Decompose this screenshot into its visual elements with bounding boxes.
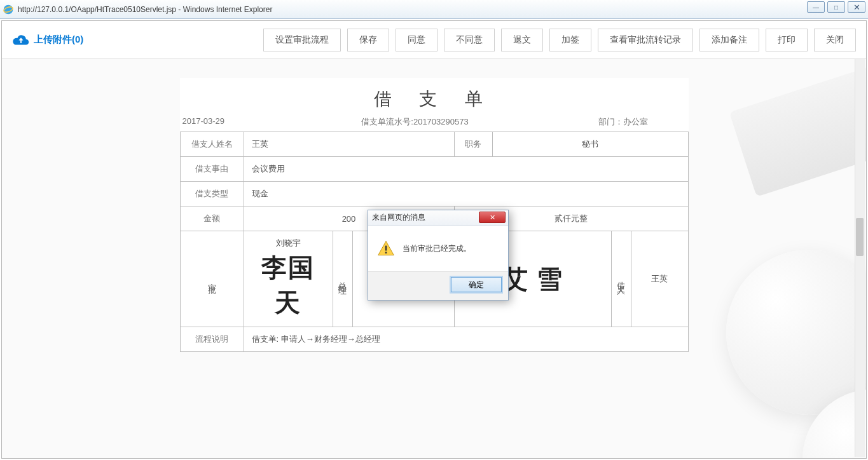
dialog-ok-button[interactable]: 确定 [451, 277, 502, 292]
dialog-title-text: 来自网页的消息 [372, 212, 425, 223]
window-maximize-button[interactable]: □ [827, 1, 845, 13]
ie-icon [3, 4, 14, 15]
browser-title-text: http://127.0.0.1/OAapp/HtTrace0510Servle… [18, 5, 272, 14]
svg-rect-3 [385, 252, 387, 254]
browser-title-bar: http://127.0.0.1/OAapp/HtTrace0510Servle… [0, 0, 868, 19]
window-controls: — □ ✕ [807, 1, 865, 13]
window-close-button[interactable]: ✕ [848, 1, 865, 13]
window-minimize-button[interactable]: — [807, 1, 825, 13]
dialog-footer: 确定 [368, 271, 508, 300]
dialog-body: 当前审批已经完成。 [368, 226, 508, 271]
dialog-title-bar[interactable]: 来自网页的消息 ✕ [368, 210, 508, 226]
message-dialog: 来自网页的消息 ✕ 当前审批已经完成。 确定 [368, 210, 509, 301]
app-frame: 上传附件(0) 设置审批流程 保存 同意 不同意 退文 加签 查看审批流转记录 … [1, 20, 867, 459]
dialog-message: 当前审批已经完成。 [403, 243, 471, 254]
dialog-close-button[interactable]: ✕ [479, 212, 506, 223]
close-icon: ✕ [490, 213, 495, 222]
warning-icon [377, 240, 395, 257]
svg-rect-2 [385, 246, 387, 251]
